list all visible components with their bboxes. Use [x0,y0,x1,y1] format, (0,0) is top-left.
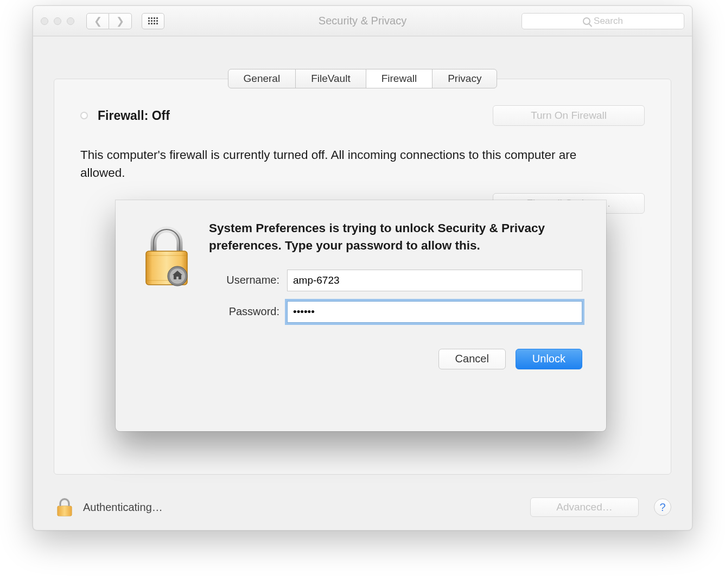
advanced-button[interactable]: Advanced… [530,497,639,517]
tab-filevault[interactable]: FileVault [295,69,366,88]
password-field[interactable] [287,301,582,323]
back-button[interactable]: ❮ [86,13,109,29]
forward-button[interactable]: ❯ [109,13,132,29]
username-label: Username: [209,274,279,286]
search-input[interactable]: Search [522,13,684,29]
preferences-window: ❮ ❯ Security & Privacy Search General Fi… [33,5,692,531]
firewall-status-label: Firewall: Off [98,108,170,123]
show-all-button[interactable] [142,13,164,29]
search-icon [583,17,590,25]
footer: Authenticating… Advanced… ? [54,496,671,518]
grid-icon [148,17,158,24]
firewall-description: This computer's firewall is currently tu… [80,146,601,182]
zoom-window-button[interactable] [67,17,74,25]
minimize-window-button[interactable] [54,17,61,25]
search-placeholder: Search [594,16,623,27]
nav-buttons-group: ❮ ❯ [86,13,132,29]
security-lock-icon [139,220,194,369]
lock-icon[interactable] [54,496,75,518]
tab-firewall[interactable]: Firewall [366,69,433,88]
tab-general[interactable]: General [228,69,296,88]
firewall-status-indicator [80,112,88,119]
titlebar: ❮ ❯ Security & Privacy Search [33,6,692,36]
help-icon: ? [659,501,665,514]
dialog-message: System Preferences is trying to unlock S… [209,220,582,254]
cancel-button[interactable]: Cancel [438,349,506,369]
svg-rect-1 [58,506,72,516]
close-window-button[interactable] [41,17,48,25]
auth-status-text: Authenticating… [83,501,163,514]
auth-dialog: System Preferences is trying to unlock S… [116,200,606,431]
turn-on-firewall-button[interactable]: Turn On Firewall [493,105,645,126]
chevron-left-icon: ❮ [94,15,102,27]
tabs: General FileVault Firewall Privacy [54,69,671,88]
unlock-button[interactable]: Unlock [516,349,582,369]
password-label: Password: [209,305,279,318]
username-field[interactable] [287,270,582,291]
chevron-right-icon: ❯ [116,15,124,27]
help-button[interactable]: ? [654,498,671,516]
tab-privacy[interactable]: Privacy [432,69,497,88]
window-controls [41,17,74,25]
